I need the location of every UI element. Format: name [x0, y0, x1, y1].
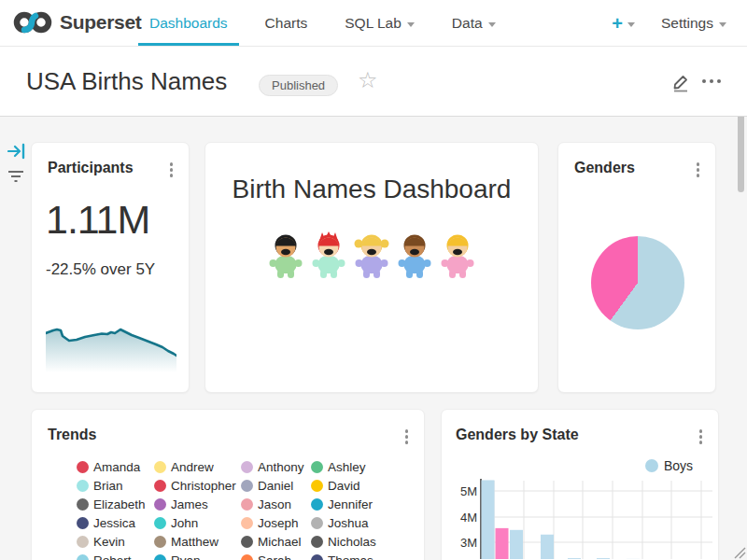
- legend-item-christopher[interactable]: Christopher: [154, 479, 236, 493]
- legend-item-thomas[interactable]: Thomas: [311, 553, 374, 560]
- brand-name: Superset: [60, 11, 141, 34]
- settings-label: Settings: [661, 15, 713, 32]
- legend-dot: [77, 498, 89, 511]
- legend-dot: [241, 498, 253, 511]
- nav-item-sql-lab[interactable]: SQL Lab: [345, 0, 415, 47]
- legend-label: Andrew: [171, 460, 214, 474]
- legend-label: Michael: [258, 535, 302, 549]
- legend-dot: [241, 461, 253, 473]
- legend-item-john[interactable]: John: [154, 516, 198, 530]
- legend-label: Nicholas: [328, 535, 376, 549]
- bar-boys-3: [541, 535, 554, 559]
- legend-item-joshua[interactable]: Joshua: [311, 516, 369, 530]
- legend-item-kevin[interactable]: Kevin: [77, 535, 125, 549]
- bar-boys-4: [568, 558, 581, 559]
- legend-dot: [77, 554, 89, 560]
- legend-dot: [154, 536, 166, 548]
- legend-item-jennifer[interactable]: Jennifer: [311, 497, 373, 511]
- legend-label: Anthony: [258, 460, 304, 474]
- legend-item-anthony[interactable]: Anthony: [241, 460, 304, 474]
- y-axis-tick: 5M: [460, 484, 477, 498]
- active-tab-underline: [138, 43, 239, 46]
- more-actions-icon[interactable]: [702, 79, 721, 83]
- new-item-button[interactable]: +: [612, 14, 635, 33]
- legend-dot: [77, 517, 89, 529]
- superset-brand[interactable]: Superset: [13, 9, 141, 35]
- legend-item-amanda[interactable]: Amanda: [77, 460, 140, 474]
- nav-item-label: Data: [452, 15, 483, 32]
- legend-item-nicholas[interactable]: Nicholas: [311, 535, 376, 549]
- legend-item-jason[interactable]: Jason: [241, 497, 291, 511]
- bar-boys-2: [510, 530, 523, 559]
- legend-item-matthew[interactable]: Matthew: [154, 535, 218, 549]
- resize-handle-icon[interactable]: [731, 544, 746, 559]
- chevron-down-icon: [407, 22, 415, 27]
- legend-label: Ashley: [328, 460, 366, 474]
- legend-item-robert[interactable]: Robert: [77, 553, 132, 560]
- kebab-menu-icon[interactable]: [402, 427, 412, 447]
- legend-dot: [311, 461, 323, 473]
- legend-dot: [311, 517, 323, 529]
- legend-dot: [241, 536, 253, 548]
- legend-label: Jason: [258, 497, 291, 511]
- legend-item-james[interactable]: James: [154, 497, 208, 511]
- settings-menu[interactable]: Settings: [661, 15, 726, 32]
- legend-dot: [311, 480, 323, 492]
- legend-dot: [77, 480, 89, 492]
- legend-item-jessica[interactable]: Jessica: [77, 516, 135, 530]
- kid-brown-hair-blue: [395, 231, 434, 280]
- legend-dot: [311, 498, 323, 511]
- nav-item-charts[interactable]: Charts: [265, 0, 308, 47]
- nav-item-dashboards[interactable]: Dashboards: [149, 0, 228, 47]
- legend-label: Jennifer: [328, 497, 373, 511]
- published-badge[interactable]: Published: [259, 75, 338, 96]
- card-genders-by-state: Genders by State Boys 5M4M3M: [441, 409, 719, 560]
- legend-item-sarah[interactable]: Sarah: [241, 553, 291, 560]
- legend-label: Kevin: [93, 535, 125, 549]
- legend-item-ashley[interactable]: Ashley: [311, 460, 366, 474]
- filter-funnel-icon[interactable]: [7, 169, 25, 184]
- legend-item-michael[interactable]: Michael: [241, 535, 302, 549]
- superset-dashboard-page: Superset DashboardsChartsSQL LabData + S…: [0, 0, 747, 560]
- nav-right: + Settings: [612, 0, 726, 47]
- expand-filter-panel-icon[interactable]: [7, 143, 26, 160]
- legend-dot: [241, 480, 253, 492]
- legend-label: John: [171, 516, 198, 530]
- legend-dot: [154, 461, 166, 473]
- participants-trendline-chart: [46, 307, 176, 372]
- nav-item-data[interactable]: Data: [452, 0, 496, 47]
- genders-by-state-bar-chart: 5M4M3M: [442, 410, 718, 559]
- big-number-subheader: -22.5% over 5Y: [46, 260, 155, 279]
- legend-label: Daniel: [258, 479, 293, 493]
- kid-blonde-pink: [438, 231, 477, 280]
- legend-dot: [154, 554, 166, 560]
- kebab-menu-icon[interactable]: [167, 160, 176, 180]
- legend-item-ryan[interactable]: Ryan: [154, 553, 201, 560]
- legend-item-daniel[interactable]: Daniel: [241, 479, 293, 493]
- kebab-menu-icon[interactable]: [694, 160, 703, 180]
- legend-dot: [77, 536, 89, 548]
- kid-blonde-pigtails: [352, 231, 391, 280]
- legend-label: Sarah: [258, 553, 291, 560]
- bar-boys-5: [597, 558, 610, 559]
- nav-item-label: Charts: [265, 15, 308, 32]
- legend-item-brian[interactable]: Brian: [77, 479, 123, 493]
- legend-label: James: [171, 497, 208, 511]
- favorite-star-icon[interactable]: ☆: [358, 67, 378, 93]
- plus-icon: +: [612, 14, 623, 33]
- kid-black-hair-green: [266, 231, 305, 280]
- legend-label: Amanda: [93, 460, 140, 474]
- edit-pencil-icon[interactable]: [669, 70, 693, 94]
- nav-item-label: SQL Lab: [345, 15, 402, 32]
- legend-label: Christopher: [171, 479, 236, 493]
- legend-item-joseph[interactable]: Joseph: [241, 516, 299, 530]
- card-title: Participants: [48, 160, 134, 176]
- legend-item-andrew[interactable]: Andrew: [154, 460, 214, 474]
- big-number-value: 1.11M: [46, 197, 149, 243]
- legend-item-david[interactable]: David: [311, 479, 360, 493]
- legend-item-elizabeth[interactable]: Elizabeth: [77, 497, 146, 511]
- y-axis-tick: 4M: [460, 511, 477, 525]
- legend-label: Jessica: [93, 516, 135, 530]
- legend-label: Matthew: [171, 535, 218, 549]
- legend-dot: [154, 517, 166, 529]
